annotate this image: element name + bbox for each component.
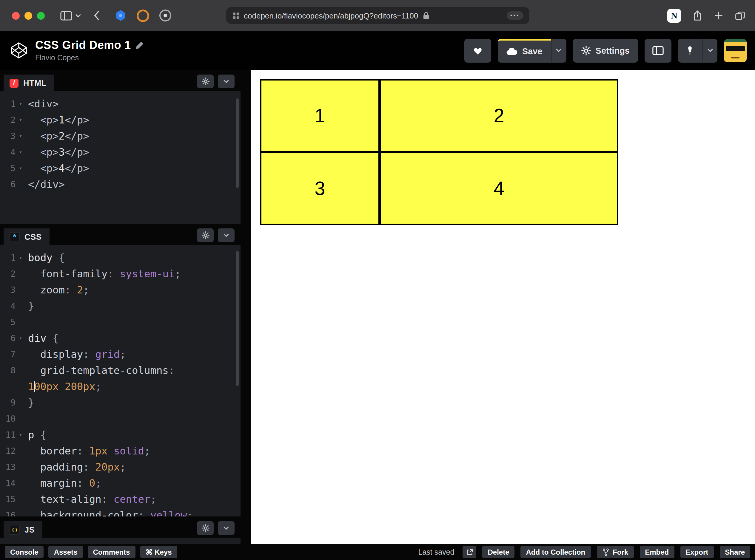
fold-arrow-icon[interactable]: ▾	[16, 160, 26, 177]
css-editor-settings-button[interactable]	[197, 228, 214, 242]
add-to-collection-button[interactable]: Add to Collection	[521, 546, 591, 558]
code-line[interactable]: 16 background-color: yellow;	[0, 507, 240, 517]
gear-icon	[201, 78, 209, 85]
code-line[interactable]: 13 padding: 20px;	[0, 459, 240, 475]
keyboard-shortcuts-button[interactable]: ⌘ Keys	[140, 546, 177, 558]
fold-arrow-icon[interactable]: ▾	[16, 112, 26, 128]
code-text: 100px 200px;	[26, 379, 101, 395]
zoom-window-button[interactable]	[37, 12, 45, 19]
code-text: p {	[26, 427, 46, 443]
tab-html[interactable]: / HTML	[4, 75, 54, 91]
code-line[interactable]: 7 display: grid;	[0, 346, 240, 363]
code-line[interactable]: 15 text-align: center;	[0, 492, 240, 507]
fork-button[interactable]: Fork	[597, 546, 634, 558]
settings-button[interactable]: Settings	[573, 38, 638, 62]
line-number: 1	[0, 250, 16, 266]
save-dropdown-button[interactable]	[551, 38, 566, 62]
code-line[interactable]: 6</div>	[0, 177, 240, 193]
close-window-button[interactable]	[12, 12, 20, 19]
code-line[interactable]: 11▾p {	[0, 427, 240, 443]
pin-dropdown-button[interactable]	[702, 38, 717, 62]
extensions-ellipsis-icon[interactable]: •••	[507, 11, 523, 20]
codepen-header: CSS Grid Demo 1 Flavio Copes Save	[0, 31, 755, 70]
export-button[interactable]: Export	[680, 546, 714, 558]
line-number: 1	[0, 96, 16, 112]
code-line[interactable]: 4}	[0, 298, 240, 314]
code-line[interactable]: 2▾ <p>1</p>	[0, 112, 240, 128]
pane-resizer[interactable]	[240, 70, 251, 544]
url-bar[interactable]: codepen.io/flaviocopes/pen/abjpogQ?edito…	[226, 7, 529, 24]
sidebar-toggle-icon[interactable]	[60, 11, 72, 21]
pin-button[interactable]	[678, 38, 702, 62]
user-avatar[interactable]	[724, 39, 747, 62]
sidebar-chevron-icon[interactable]	[75, 14, 81, 18]
code-line[interactable]: 2 font-family: system-ui;	[0, 266, 240, 282]
edit-title-icon[interactable]	[136, 41, 144, 49]
code-line[interactable]: 9}	[0, 395, 240, 411]
fold-arrow-icon[interactable]: ▾	[16, 427, 26, 443]
comments-button[interactable]: Comments	[88, 546, 135, 558]
fold-arrow-icon[interactable]: ▾	[16, 96, 26, 112]
html-code-area[interactable]: 1▾<div>2▾ <p>1</p>3▾ <p>2</p>4▾ <p>3</p>…	[0, 91, 240, 224]
code-line[interactable]: 4▾ <p>3</p>	[0, 144, 240, 160]
code-line[interactable]: 10	[0, 411, 240, 427]
extension-icon-gray[interactable]	[159, 9, 171, 21]
code-line[interactable]: 3 zoom: 2;	[0, 282, 240, 298]
code-line[interactable]: 14 margin: 0;	[0, 475, 240, 492]
html-editor-collapse-button[interactable]	[218, 75, 235, 88]
pen-author[interactable]: Flavio Copes	[35, 54, 144, 62]
code-line[interactable]: 6▾div {	[0, 331, 240, 346]
tab-js[interactable]: ( ) JS	[4, 521, 43, 538]
code-line[interactable]: 100px 200px;	[0, 379, 240, 395]
fold-gutter	[16, 346, 26, 363]
css-code-area[interactable]: 1▾body {2 font-family: system-ui;3 zoom:…	[0, 245, 240, 517]
minimize-window-button[interactable]	[24, 12, 32, 19]
fold-gutter	[16, 177, 26, 193]
fold-arrow-icon[interactable]: ▾	[16, 128, 26, 144]
js-code-area[interactable]	[0, 538, 240, 544]
window-controls	[12, 12, 45, 19]
code-text: <div>	[26, 96, 58, 112]
code-line[interactable]: 5▾ <p>4</p>	[0, 160, 240, 177]
share-icon[interactable]	[692, 9, 702, 21]
html-scrollbar[interactable]	[236, 98, 239, 188]
fold-gutter	[16, 492, 26, 507]
notion-extension-icon[interactable]: N	[667, 9, 681, 22]
codepen-logo-icon[interactable]	[9, 41, 28, 60]
delete-button[interactable]: Delete	[482, 546, 515, 558]
share-button[interactable]: Share	[719, 546, 750, 558]
fold-arrow-icon[interactable]: ▾	[16, 250, 26, 266]
css-editor-collapse-button[interactable]	[218, 228, 235, 242]
fold-arrow-icon[interactable]: ▾	[16, 331, 26, 346]
code-line[interactable]: 12 border: 1px solid;	[0, 443, 240, 459]
tab-overview-icon[interactable]	[735, 11, 746, 21]
console-button[interactable]: Console	[5, 546, 44, 558]
lock-icon	[422, 11, 429, 20]
fold-gutter	[16, 282, 26, 298]
back-button[interactable]	[93, 10, 100, 21]
css-scrollbar[interactable]	[236, 251, 239, 386]
embed-button[interactable]: Embed	[640, 546, 674, 558]
new-tab-icon[interactable]	[714, 11, 723, 20]
js-editor-settings-button[interactable]	[197, 521, 214, 535]
code-line[interactable]: 3▾ <p>2</p>	[0, 128, 240, 144]
line-number: 6	[0, 331, 16, 346]
code-line[interactable]: 5	[0, 314, 240, 331]
extension-icon-blue[interactable]	[115, 9, 127, 21]
tab-css[interactable]: * CSS	[4, 228, 50, 245]
change-view-button[interactable]	[644, 38, 672, 62]
code-line[interactable]: 1▾<div>	[0, 96, 240, 112]
like-button[interactable]	[464, 38, 491, 62]
html-editor-settings-button[interactable]	[197, 75, 214, 88]
pin-button-group	[678, 38, 717, 62]
js-editor-collapse-button[interactable]	[218, 521, 235, 535]
assets-button[interactable]: Assets	[49, 546, 83, 558]
fold-arrow-icon[interactable]: ▾	[16, 144, 26, 160]
save-button[interactable]: Save	[498, 38, 551, 62]
extension-icon-orange[interactable]	[137, 9, 149, 22]
code-line[interactable]: 1▾body {	[0, 250, 240, 266]
css-file-icon: *	[9, 232, 20, 242]
open-live-view-button[interactable]	[463, 546, 476, 558]
grid-cell: 4	[380, 152, 618, 225]
code-line[interactable]: 8 grid-template-columns:	[0, 363, 240, 379]
